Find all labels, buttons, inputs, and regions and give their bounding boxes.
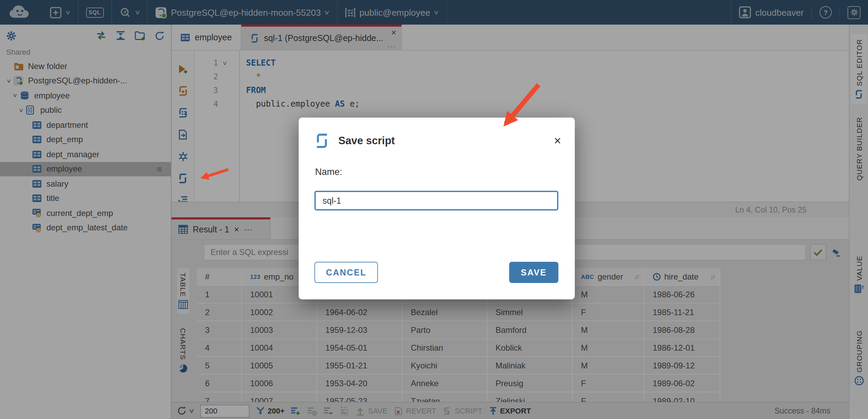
cancel-button[interactable]: CANCEL [314, 262, 378, 283]
save-script-dialog: Save script × Name: CANCEL SAVE [299, 118, 575, 299]
cloudbeaver-app: ∨ SQL ∨ PostgreSQL@ep-hidden-moon-55203 … [0, 0, 868, 419]
dialog-title: Save script [338, 135, 395, 147]
close-icon[interactable]: × [554, 135, 561, 147]
script-name-input[interactable] [314, 191, 558, 211]
save-script-icon [314, 133, 329, 149]
save-button[interactable]: SAVE [509, 262, 558, 283]
name-field-label: Name: [315, 167, 342, 177]
